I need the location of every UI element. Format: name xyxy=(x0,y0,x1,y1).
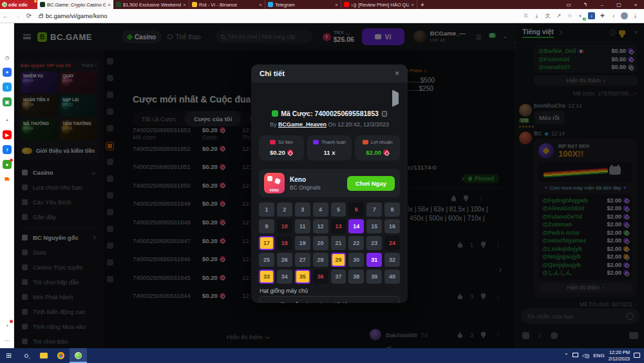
keno-number[interactable]: 39 xyxy=(366,270,382,284)
keno-number-drawn[interactable]: 10 xyxy=(277,219,292,233)
keno-number[interactable]: 4 xyxy=(313,202,328,217)
browser-tab[interactable]: Rút - Ví - Binance× xyxy=(189,0,265,9)
keno-number[interactable]: 5 xyxy=(331,202,346,217)
bookmark-star-icon[interactable]: ☆ xyxy=(566,12,573,19)
save-icon[interactable]: ⤓ xyxy=(533,12,540,19)
reader-mode-icon[interactable]: ▭ xyxy=(560,2,577,8)
games-icon[interactable]: ▣ xyxy=(3,97,12,106)
keno-number-drawn[interactable]: 18 xyxy=(277,236,292,250)
browser-tab[interactable]: $1,500 Exclusive Weekend K× xyxy=(113,0,189,9)
close-button[interactable]: × xyxy=(627,2,644,8)
keno-number[interactable]: 8 xyxy=(384,202,400,217)
keno-number[interactable]: 34 xyxy=(277,270,292,284)
keno-number[interactable]: 15 xyxy=(366,219,382,233)
keno-number[interactable]: 3 xyxy=(295,202,310,217)
taskbar-search-icon[interactable] xyxy=(17,348,35,363)
translate-icon[interactable]: 文 xyxy=(544,12,551,19)
downloader-icon[interactable]: ↓ xyxy=(588,12,595,19)
keno-number[interactable]: 37 xyxy=(331,270,346,284)
tab-close-icon[interactable]: × xyxy=(183,2,186,8)
share-icon[interactable] xyxy=(392,93,399,104)
author-link[interactable]: BCGame_Heaven xyxy=(278,121,327,128)
url-field[interactable]: bc.game/vi/game/keno xyxy=(39,12,522,19)
forward-icon[interactable]: → xyxy=(12,12,23,19)
keno-number[interactable]: 20 xyxy=(313,236,328,250)
media-icon[interactable]: ♪ xyxy=(610,12,617,19)
keno-number[interactable]: 12 xyxy=(313,219,328,233)
keno-number-hit[interactable]: 33 xyxy=(259,270,274,284)
more-icon[interactable]: ⋯ xyxy=(3,336,12,345)
keno-number[interactable]: 19 xyxy=(295,236,310,250)
maximize-button[interactable]: ▢ xyxy=(611,2,627,8)
keno-number[interactable]: 28 xyxy=(313,253,328,267)
keno-number[interactable]: 9 xyxy=(259,219,274,233)
keno-number-hit[interactable]: 17 xyxy=(259,236,274,250)
keno-number-drawn[interactable]: 13 xyxy=(331,219,346,233)
back-panel-icon[interactable]: ↰ xyxy=(577,2,594,8)
downloads-icon[interactable]: ⤓ xyxy=(632,12,639,19)
keno-number-drawn[interactable]: 36 xyxy=(313,270,328,284)
keno-number[interactable]: 25 xyxy=(259,253,274,267)
facebook-icon[interactable]: f xyxy=(3,145,12,154)
messenger-icon[interactable]: ✦ xyxy=(3,68,12,77)
server-seed-value[interactable]: Hạt Giống vẫn chưa được tiết lộ xyxy=(259,296,400,303)
coccoc-taskbar-icon[interactable] xyxy=(70,348,87,363)
keno-number-hit[interactable]: 35 xyxy=(295,270,310,284)
cart-icon[interactable]: ⛟ xyxy=(3,175,12,184)
keno-number-drawn[interactable]: 6 xyxy=(348,202,364,217)
modal-close-icon[interactable]: × xyxy=(395,69,399,78)
keno-number[interactable]: 38 xyxy=(348,270,364,284)
tab-close-icon[interactable]: × xyxy=(335,2,338,8)
play-now-button[interactable]: Chơi Ngay xyxy=(347,176,395,191)
reload-icon[interactable]: ⟳ xyxy=(23,12,35,19)
keno-number[interactable]: 30 xyxy=(348,253,364,267)
profile-avatar[interactable] xyxy=(621,12,628,19)
keno-number[interactable]: 1 xyxy=(259,202,274,217)
keno-number[interactable]: 11 xyxy=(295,219,310,233)
keno-number-hit[interactable]: 29 xyxy=(331,253,346,267)
back-icon[interactable]: ← xyxy=(0,12,12,19)
chrome-icon[interactable] xyxy=(52,348,70,363)
start-button[interactable]: ⊞ xyxy=(0,348,17,363)
browser-tab[interactable]: BC.Game: Crypto Casino Gan× xyxy=(37,0,113,9)
youtube-icon[interactable]: ▶ xyxy=(3,130,12,139)
new-tab-button[interactable]: + xyxy=(417,0,428,9)
copy-icon[interactable] xyxy=(382,111,387,117)
keno-number[interactable]: 21 xyxy=(331,236,346,250)
tab-close-icon[interactable]: × xyxy=(108,2,111,8)
keno-number[interactable]: 32 xyxy=(384,253,400,267)
file-explorer-icon[interactable] xyxy=(35,348,52,363)
minimize-button[interactable]: – xyxy=(594,2,611,8)
tab-close-icon[interactable]: × xyxy=(259,2,262,8)
keno-number[interactable]: 16 xyxy=(384,219,400,233)
bell-icon[interactable]: ◔ xyxy=(3,321,12,330)
keno-number[interactable]: 22 xyxy=(348,236,364,250)
keno-number-selected[interactable]: 14 xyxy=(348,219,364,233)
coccoc-icon[interactable]: ● xyxy=(3,160,12,169)
keno-number-selected[interactable]: 31 xyxy=(366,253,382,267)
taskbar-clock[interactable]: 12:20 PM2/12/2023 xyxy=(609,349,630,362)
tab-audio-icon[interactable]: ◁) xyxy=(351,2,356,8)
keno-number-drawn[interactable]: 24 xyxy=(384,236,400,250)
adblock-icon[interactable]: ◐3 xyxy=(577,12,584,19)
tray-chevron-icon[interactable]: ⌃ xyxy=(564,353,569,358)
twitter-icon[interactable]: t xyxy=(3,83,12,92)
keno-number[interactable]: 23 xyxy=(366,236,382,250)
browser-tab[interactable]: Telegram× xyxy=(265,0,341,9)
volume-icon[interactable]: ◁)) xyxy=(582,353,589,358)
share-page-icon[interactable]: ↗ xyxy=(555,12,562,19)
action-center-icon[interactable] xyxy=(634,353,640,359)
extensions-icon[interactable]: ✚ xyxy=(599,12,606,19)
keno-number[interactable]: 40 xyxy=(384,270,400,284)
browser-tab[interactable]: ◁)[Review Phim] HÀO QUA× xyxy=(341,0,417,9)
keno-number[interactable]: 27 xyxy=(295,253,310,267)
tab-close-icon[interactable]: × xyxy=(411,2,414,8)
keno-number[interactable]: 7 xyxy=(366,202,382,217)
history-icon[interactable]: ◷ xyxy=(3,53,12,62)
key-icon[interactable]: ⚿ xyxy=(522,12,529,19)
add-icon[interactable]: + xyxy=(3,115,12,124)
network-icon[interactable] xyxy=(573,353,578,358)
keno-number[interactable]: 2 xyxy=(277,202,292,217)
keno-number[interactable]: 26 xyxy=(277,253,292,267)
language-indicator[interactable]: ENG xyxy=(593,353,604,358)
